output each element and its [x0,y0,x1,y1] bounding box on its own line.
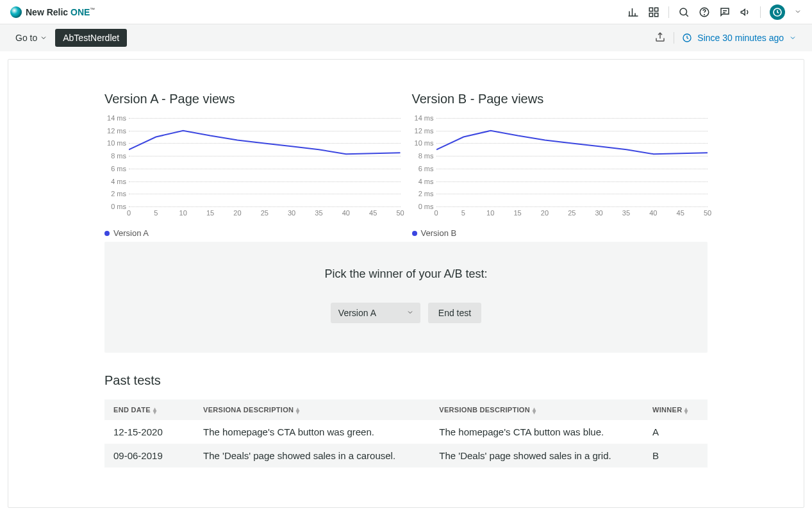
svg-rect-3 [655,13,658,16]
cell-winner: A [643,420,708,444]
x-tick-label: 10 [486,209,494,217]
svg-rect-0 [649,8,652,11]
y-tick-label: 10 ms [415,139,434,147]
cell-vb: The 'Deals' page showed sales in a grid. [430,444,643,467]
x-tick-label: 50 [704,209,711,217]
past-tests-title: Past tests [104,373,708,388]
x-tick-label: 45 [677,209,684,217]
cell-end_date: 09-06-2019 [104,444,194,467]
y-tick-label: 8 ms [418,152,434,160]
x-tick-label: 5 [154,209,158,217]
user-avatar[interactable] [770,4,785,20]
x-tick-label: 40 [342,209,350,217]
x-tick-label: 50 [396,209,404,217]
global-header: New Relic ONE™ [0,0,812,24]
page-card: Version A - Page views 0 ms2 ms4 ms6 ms8… [8,59,804,508]
table-row[interactable]: 12-15-2020The homepage's CTA button was … [104,420,708,444]
help-icon[interactable] [699,6,710,18]
end-test-button[interactable]: End test [428,303,481,323]
chart-a-legend: Version A [104,228,401,238]
y-tick-label: 6 ms [111,165,126,172]
announce-icon[interactable] [740,6,751,18]
y-tick-label: 0 ms [418,203,434,210]
x-tick-label: 15 [513,209,521,217]
y-tick-label: 0 ms [111,203,126,210]
x-tick-label: 20 [541,209,549,217]
sort-icon: ▴▾ [684,407,688,414]
search-icon[interactable] [678,6,690,18]
legend-dot-icon [412,231,417,236]
col-end-date[interactable]: END DATE▴▾ [104,399,194,420]
col-va-desc[interactable]: VERSIONA DESCRIPTION▴▾ [194,399,430,420]
y-tick-label: 10 ms [107,139,126,147]
chart-b-title: Version B - Page views [412,92,708,106]
winner-controls: Version A End test [104,303,708,323]
x-tick-label: 35 [315,209,322,217]
y-tick-label: 12 ms [107,127,126,135]
chart-b-box: 0 ms2 ms4 ms6 ms8 ms10 ms12 ms14 ms05101… [412,118,708,221]
table-header-row: END DATE▴▾ VERSIONA DESCRIPTION▴▾ VERSIO… [104,399,708,420]
brand-logo[interactable]: New Relic ONE™ [10,6,95,18]
chart-a: Version A - Page views 0 ms2 ms4 ms6 ms8… [104,92,401,238]
x-tick-label: 10 [179,209,187,217]
legend-dot-icon [104,231,110,236]
y-tick-label: 2 ms [111,190,126,198]
x-tick-label: 20 [233,209,241,217]
winner-panel: Pick the winner of your A/B test: Versio… [104,242,708,353]
winner-select-wrap: Version A [331,303,420,323]
chart-b-legend: Version B [412,228,708,238]
x-tick-label: 15 [206,209,214,217]
cell-va: The 'Deals' page showed sales in a carou… [194,444,430,467]
x-tick-label: 25 [568,209,576,217]
share-icon[interactable] [654,31,666,45]
separator [674,32,674,44]
cell-end_date: 12-15-2020 [104,420,194,444]
charts-row: Version A - Page views 0 ms2 ms4 ms6 ms8… [104,92,708,238]
chart-icon[interactable] [627,6,639,18]
sort-icon: ▴▾ [153,407,156,414]
chevron-down-icon[interactable] [794,7,802,17]
legend-label: Version B [421,228,457,238]
header-actions [627,4,802,20]
cell-winner: B [643,444,708,467]
canvas: Version A - Page views 0 ms2 ms4 ms6 ms8… [0,51,812,513]
sort-icon: ▴▾ [296,407,299,414]
x-tick-label: 25 [261,209,269,217]
x-tick-label: 35 [622,209,630,217]
brand-text: New Relic ONE™ [26,7,95,17]
x-tick-label: 40 [649,209,657,217]
y-tick-label: 14 ms [415,114,434,122]
x-tick-label: 45 [369,209,377,217]
svg-point-4 [680,8,687,15]
goto-dropdown[interactable]: Go to [15,33,47,43]
separator [668,6,669,18]
x-tick-label: 0 [434,209,438,217]
winner-title: Pick the winner of your A/B test: [104,267,708,281]
col-winner[interactable]: WINNER▴▾ [643,399,708,420]
cell-va: The homepage's CTA button was green. [194,420,430,444]
sort-icon: ▴▾ [533,407,536,414]
nerdlet-chip[interactable]: AbTestNerdlet [55,29,127,47]
cell-vb: The homepage's CTA button was blue. [430,420,643,444]
y-tick-label: 4 ms [111,178,126,185]
svg-point-6 [704,14,705,15]
table-row[interactable]: 09-06-2019The 'Deals' page showed sales … [104,444,708,467]
y-tick-label: 14 ms [107,114,126,122]
y-tick-label: 8 ms [111,152,126,160]
past-tests-table: END DATE▴▾ VERSIONA DESCRIPTION▴▾ VERSIO… [104,399,708,467]
apps-icon[interactable] [648,6,659,18]
x-tick-label: 0 [127,209,131,217]
time-range-picker[interactable]: Since 30 minutes ago [682,33,797,43]
col-vb-desc[interactable]: VERSIONB DESCRIPTION▴▾ [430,399,643,420]
feedback-icon[interactable] [719,6,731,18]
x-tick-label: 30 [288,209,295,217]
x-tick-label: 5 [461,209,465,217]
sub-header: Go to AbTestNerdlet Since 30 minutes ago [0,24,812,51]
winner-select[interactable]: Version A [331,303,420,323]
svg-rect-2 [649,13,652,16]
chart-b: Version B - Page views 0 ms2 ms4 ms6 ms8… [412,92,708,238]
y-tick-label: 12 ms [415,127,434,135]
y-tick-label: 2 ms [418,190,434,198]
chart-a-box: 0 ms2 ms4 ms6 ms8 ms10 ms12 ms14 ms05101… [104,118,401,221]
separator [760,6,761,18]
